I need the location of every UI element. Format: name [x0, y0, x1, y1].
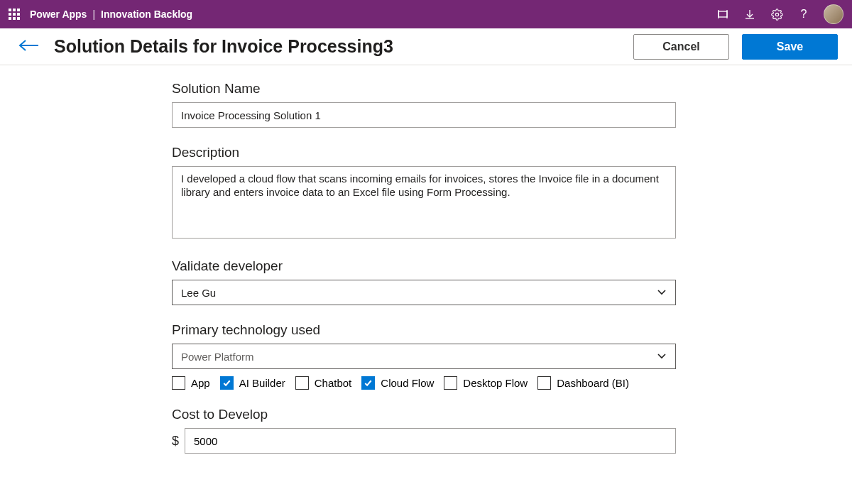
checkbox-icon [537, 376, 551, 390]
svg-point-5 [775, 13, 778, 16]
checkbox-label: Chatbot [315, 377, 352, 389]
topbar-left: Power Apps | Innovation Backlog [9, 9, 192, 20]
validate-developer-label: Validate developer [172, 258, 676, 274]
chevron-down-icon [657, 351, 667, 363]
topbar: Power Apps | Innovation Backlog [0, 0, 852, 28]
save-button[interactable]: Save [742, 34, 838, 60]
primary-tech-select[interactable]: Power Platform [172, 344, 676, 369]
solution-name-group: Solution Name [172, 81, 676, 128]
svg-rect-0 [719, 11, 727, 17]
avatar[interactable] [824, 4, 843, 24]
tech-checkbox-row: AppAI BuilderChatbotCloud FlowDesktop Fl… [172, 376, 676, 390]
title-separator: | [92, 9, 95, 20]
checkbox-icon [220, 376, 234, 390]
help-icon[interactable]: ? [797, 7, 811, 21]
tech-checkbox-chatbot[interactable]: Chatbot [295, 376, 352, 390]
checkbox-label: Cloud Flow [381, 377, 434, 389]
cost-group: Cost to Develop $ [172, 407, 676, 454]
checkbox-icon [172, 376, 185, 390]
tech-checkbox-cloud-flow[interactable]: Cloud Flow [361, 376, 434, 390]
tech-checkbox-app[interactable]: App [172, 376, 210, 390]
cancel-button[interactable]: Cancel [633, 34, 729, 60]
checkbox-label: App [191, 377, 210, 389]
commandbar-right: Cancel Save [633, 34, 838, 60]
checkbox-label: AI Builder [239, 377, 285, 389]
app-name: Innovation Backlog [101, 9, 192, 20]
primary-tech-group: Primary technology used Power Platform A… [172, 322, 676, 390]
cost-label: Cost to Develop [172, 407, 676, 422]
currency-symbol: $ [172, 434, 179, 449]
tech-checkbox-desktop-flow[interactable]: Desktop Flow [444, 376, 528, 390]
primary-tech-label: Primary technology used [172, 322, 676, 338]
solution-name-label: Solution Name [172, 81, 676, 97]
product-name: Power Apps [30, 9, 87, 20]
settings-icon[interactable] [770, 7, 784, 21]
primary-tech-value: Power Platform [181, 351, 254, 363]
tech-checkbox-dashboard-bi-[interactable]: Dashboard (BI) [537, 376, 629, 390]
chevron-down-icon [657, 287, 667, 299]
commandbar: Solution Details for Invoice Processing3… [0, 28, 852, 65]
cost-input[interactable] [185, 428, 676, 454]
description-group: Description [172, 145, 676, 241]
solution-name-input[interactable] [172, 102, 676, 128]
checkbox-icon [444, 376, 457, 390]
app-launcher-icon[interactable] [9, 9, 20, 20]
checkbox-icon [361, 376, 375, 390]
download-icon[interactable] [743, 7, 757, 21]
page-title: Solution Details for Invoice Processing3 [54, 36, 393, 57]
app-title: Power Apps | Innovation Backlog [30, 9, 192, 20]
description-label: Description [172, 145, 676, 160]
checkbox-label: Desktop Flow [463, 377, 528, 389]
validate-developer-value: Lee Gu [181, 287, 216, 299]
validate-developer-select[interactable]: Lee Gu [172, 280, 676, 305]
form: Solution Name Description Validate devel… [172, 81, 676, 471]
checkbox-label: Dashboard (BI) [557, 377, 629, 389]
commandbar-left: Solution Details for Invoice Processing3 [18, 36, 393, 57]
cost-row: $ [172, 428, 676, 454]
tech-checkbox-ai-builder[interactable]: AI Builder [220, 376, 285, 390]
description-textarea[interactable] [172, 166, 676, 239]
validate-developer-group: Validate developer Lee Gu [172, 258, 676, 305]
form-wrap: Solution Name Description Validate devel… [0, 65, 852, 471]
fit-icon[interactable] [716, 7, 730, 21]
checkbox-icon [295, 376, 309, 390]
back-arrow-icon[interactable] [18, 38, 40, 55]
topbar-right: ? [716, 4, 843, 24]
